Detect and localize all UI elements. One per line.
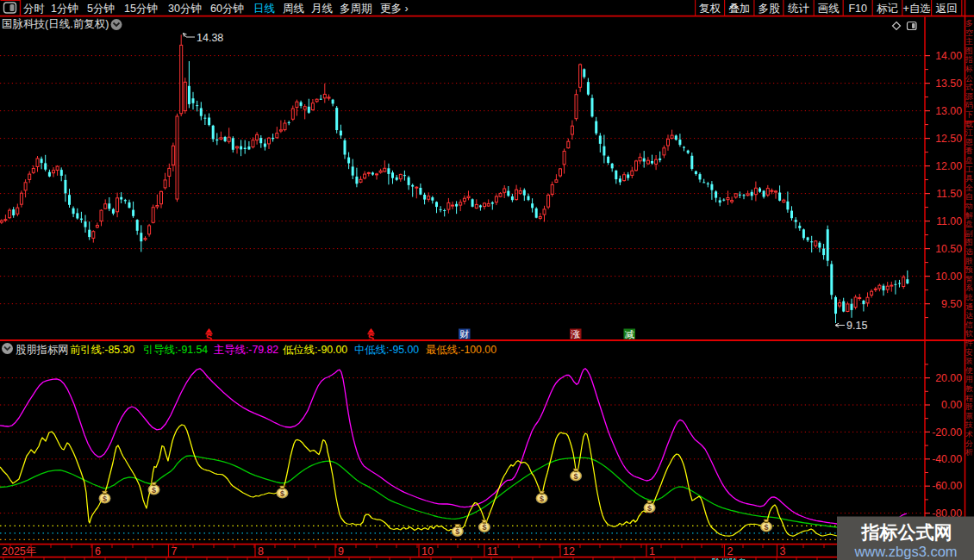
svg-text:选: 选	[965, 247, 973, 256]
svg-text:15分钟: 15分钟	[124, 3, 158, 15]
svg-text:安: 安	[965, 348, 973, 357]
svg-text:低位线:-90.00: 低位线:-90.00	[283, 344, 347, 356]
svg-text:除权除息: 除权除息	[712, 557, 746, 560]
svg-text:10.50: 10.50	[935, 243, 962, 255]
svg-text:盘: 盘	[965, 220, 973, 228]
svg-text:日线: 日线	[253, 3, 275, 15]
svg-text:空: 空	[965, 28, 973, 37]
svg-text:30分钟: 30分钟	[168, 3, 202, 15]
svg-text:技: 技	[965, 420, 973, 429]
svg-text:多周期: 多周期	[340, 3, 372, 15]
svg-text:教: 教	[965, 384, 973, 393]
svg-text:分时: 分时	[23, 3, 45, 15]
svg-text:8: 8	[258, 545, 264, 557]
svg-text:股朋指标网: 股朋指标网	[16, 344, 68, 356]
svg-text:多股: 多股	[758, 3, 780, 15]
svg-text:-20.00: -20.00	[932, 426, 962, 439]
svg-text:系: 系	[965, 283, 973, 292]
svg-text:月线: 月线	[311, 3, 333, 15]
svg-text:0.00: 0.00	[941, 399, 962, 411]
svg-text:引导线:-91.54: 引导线:-91.54	[143, 344, 208, 356]
svg-text:3: 3	[780, 545, 786, 557]
svg-text:11.50: 11.50	[936, 188, 962, 200]
svg-text:图: 图	[965, 47, 973, 55]
svg-text:涨: 涨	[571, 329, 580, 339]
svg-text:返回: 返回	[936, 3, 958, 15]
svg-text:解: 解	[965, 211, 973, 220]
svg-text:工: 工	[965, 165, 973, 174]
svg-text:恩: 恩	[965, 138, 973, 146]
svg-text:全: 全	[965, 184, 973, 192]
svg-text:6: 6	[95, 545, 101, 557]
svg-text:术: 术	[965, 430, 973, 439]
svg-text:分: 分	[965, 439, 973, 448]
svg-text:国脉科技(日线.前复权): 国脉科技(日线.前复权)	[2, 18, 109, 30]
svg-text:前引线:-85.30: 前引线:-85.30	[70, 344, 134, 356]
svg-text:式: 式	[965, 83, 973, 91]
svg-text:复权: 复权	[699, 3, 721, 15]
svg-text:2: 2	[727, 545, 734, 557]
svg-text:叠加: 叠加	[728, 3, 750, 15]
svg-text:源: 源	[965, 92, 973, 101]
svg-text:标: 标	[965, 65, 973, 73]
svg-text:9.50: 9.50	[941, 298, 962, 310]
svg-text:析: 析	[965, 448, 973, 457]
svg-text:7: 7	[172, 545, 178, 557]
svg-text:图: 图	[965, 238, 973, 246]
svg-text:公: 公	[965, 74, 973, 83]
svg-text:多: 多	[965, 19, 973, 28]
svg-text:13.50: 13.50	[935, 78, 962, 90]
svg-text:标记: 标记	[877, 3, 898, 15]
svg-text:使: 使	[965, 366, 973, 375]
svg-text:20.00: 20.00	[935, 372, 962, 384]
svg-text:程: 程	[965, 394, 973, 402]
svg-text:F10: F10	[848, 3, 867, 15]
svg-text:12: 12	[563, 545, 575, 557]
svg-text:9: 9	[338, 545, 344, 557]
svg-text:-40.00: -40.00	[932, 453, 962, 465]
svg-text:下: 下	[965, 110, 973, 119]
svg-text:13.00: 13.00	[935, 105, 962, 117]
svg-text:通: 通	[965, 302, 973, 311]
svg-text:指标公式网: 指标公式网	[861, 522, 952, 542]
svg-text:软: 软	[965, 329, 973, 338]
svg-text:14.00: 14.00	[935, 50, 962, 62]
svg-text:预: 预	[965, 265, 973, 274]
svg-text:10.00: 10.00	[935, 271, 962, 283]
svg-text:更多 ›: 更多 ›	[380, 3, 409, 15]
svg-text:12.00: 12.00	[935, 160, 962, 172]
svg-text:9.15: 9.15	[846, 320, 867, 332]
svg-text:统计: 统计	[788, 3, 810, 15]
svg-text:指: 指	[965, 55, 973, 64]
svg-text:减: 减	[625, 329, 634, 339]
svg-text:装: 装	[965, 357, 973, 365]
svg-text:-60.00: -60.00	[932, 480, 962, 492]
svg-text:11.00: 11.00	[936, 215, 962, 227]
svg-text:达: 达	[965, 311, 973, 320]
svg-text:最低线:-100.00: 最低线:-100.00	[426, 344, 496, 356]
svg-text:60分钟: 60分钟	[210, 3, 244, 15]
svg-text:14.38: 14.38	[197, 32, 223, 44]
svg-text:动: 动	[965, 202, 973, 210]
svg-text:件: 件	[965, 339, 973, 347]
svg-text:股: 股	[965, 257, 973, 265]
svg-text:财: 财	[459, 329, 469, 339]
svg-text:周线: 周线	[283, 3, 304, 15]
svg-text:票: 票	[965, 412, 973, 420]
svg-text:www.zbgs3.com: www.zbgs3.com	[853, 544, 957, 559]
svg-text:江: 江	[965, 128, 973, 137]
svg-text:主导线:-79.82: 主导线:-79.82	[214, 344, 278, 356]
svg-text:信: 信	[965, 320, 973, 329]
svg-text:中低线:-95.00: 中低线:-95.00	[354, 344, 419, 356]
svg-text:具: 具	[965, 174, 973, 183]
svg-text:主: 主	[965, 37, 973, 46]
svg-text:10: 10	[421, 545, 434, 557]
svg-text:11: 11	[487, 545, 498, 557]
svg-text:股: 股	[965, 402, 973, 411]
svg-text:载: 载	[965, 120, 973, 128]
svg-text:1: 1	[649, 545, 655, 557]
svg-text:盘: 盘	[965, 156, 973, 165]
svg-text:警: 警	[965, 275, 973, 283]
svg-text:用: 用	[965, 375, 973, 383]
svg-text:画线: 画线	[818, 3, 840, 15]
